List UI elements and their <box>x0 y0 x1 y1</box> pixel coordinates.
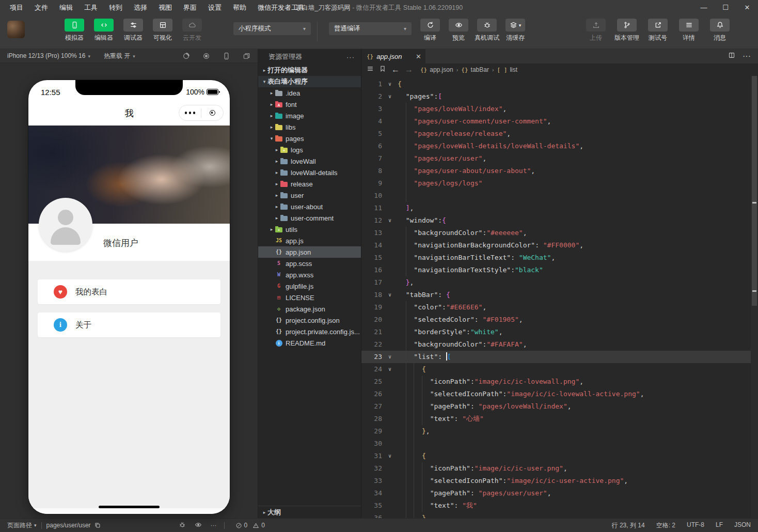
tree-item-user-about[interactable]: ▸user-about <box>258 201 361 212</box>
tree-item-app.scss[interactable]: Sapp.scss <box>258 258 361 269</box>
avatar[interactable] <box>39 198 92 252</box>
fold-chevron-icon[interactable]: ∨ <box>386 289 393 301</box>
status-utf-8[interactable]: UTF-8 <box>687 521 704 530</box>
fold-chevron-icon[interactable]: ∨ <box>386 78 393 90</box>
status-json[interactable]: JSON <box>734 521 751 530</box>
breadcrumb-tabBar[interactable]: {}tabBar <box>461 66 489 73</box>
tree-item-user[interactable]: ▸user <box>258 190 361 201</box>
tree-item-utils[interactable]: ▸+utils <box>258 224 361 235</box>
tab-app-json[interactable]: {} app.json ✕ <box>361 49 425 64</box>
menu-文件[interactable]: 文件 <box>29 0 54 15</box>
tree-item-打开的编辑器[interactable]: ▸打开的编辑器 <box>258 65 361 76</box>
breadcrumb-list[interactable]: [ ]list <box>497 66 518 73</box>
more-icon[interactable] <box>179 112 201 114</box>
tree-item-LICENSE[interactable]: ▤LICENSE <box>258 292 361 303</box>
tree-item-logs[interactable]: ▸+logs <box>258 144 361 155</box>
cloud-dev-button[interactable]: 云开发 <box>180 19 204 42</box>
tree-item-font[interactable]: ▸Afont <box>258 99 361 110</box>
miniprogram-capsule[interactable] <box>179 105 224 121</box>
tree-item-image[interactable]: ▸image <box>258 110 361 121</box>
windows-icon[interactable] <box>243 52 250 60</box>
messages-button[interactable]: 消息 <box>707 19 732 42</box>
menu-row-about[interactable]: i 关于 <box>38 312 220 337</box>
fold-chevron-icon[interactable]: ∨ <box>386 351 393 363</box>
tree-item-pages[interactable]: ▾pages <box>258 133 361 144</box>
more-actions-icon[interactable]: ··· <box>743 52 751 61</box>
upload-button[interactable]: 上传 <box>583 19 608 42</box>
menu-选择[interactable]: 选择 <box>128 0 153 15</box>
phone-tab-me[interactable]: 我 <box>129 508 230 514</box>
compile-select[interactable]: 普通编译▾ <box>329 22 412 35</box>
menu-视图[interactable]: 视图 <box>153 0 178 15</box>
status--23-14[interactable]: 行 23, 列 14 <box>612 521 645 530</box>
minimize-button[interactable]: — <box>693 0 715 15</box>
tree-item-README.md[interactable]: iREADME.md <box>258 337 361 349</box>
tree-item-project.private.config.js...[interactable]: {}project.private.config.js... <box>258 326 361 337</box>
bookmark-icon[interactable] <box>379 65 386 74</box>
menu-微信开发者工具[interactable]: 微信开发者工具 <box>252 0 310 15</box>
tree-item-gulpfile.js[interactable]: Ggulpfile.js <box>258 280 361 292</box>
tree-item-loveWall[interactable]: ▸loveWall <box>258 155 361 167</box>
fold-chevron-icon[interactable]: ∨ <box>386 214 393 227</box>
phone-tab-wall[interactable]: ♥ 心墙 <box>28 508 129 514</box>
device-debug-button[interactable]: 真机调试 <box>475 19 499 42</box>
more-status-icon[interactable]: ··· <box>211 522 217 529</box>
compile-button[interactable]: 编译 <box>418 19 443 42</box>
explorer-more-button[interactable]: ··· <box>346 53 355 61</box>
hot-reload-toggle[interactable]: 热重载 开▾ <box>104 52 135 60</box>
copy-icon[interactable] <box>94 522 101 529</box>
debugger-button[interactable]: 调试器 <box>121 19 146 42</box>
scrollbar-thumb[interactable] <box>752 76 757 306</box>
clear-cache-button[interactable]: ▾ 清缓存 <box>503 19 528 42</box>
split-editor-icon[interactable] <box>728 52 735 61</box>
details-button[interactable]: 详情 <box>676 19 701 42</box>
device-selector[interactable]: iPhone 12/13 (Pro) 100% 16▾ <box>7 52 90 59</box>
tree-item-libs[interactable]: ▸libs <box>258 121 361 133</box>
close-tab-icon[interactable]: ✕ <box>416 53 421 60</box>
hamburger-icon[interactable] <box>367 65 374 74</box>
menu-转到[interactable]: 转到 <box>103 0 128 15</box>
phone-icon[interactable] <box>223 52 230 60</box>
menu-界面[interactable]: 界面 <box>178 0 202 15</box>
menu-row-my-confessions[interactable]: ♥ 我的表白 <box>38 279 220 304</box>
editor-scrollbar[interactable] <box>751 76 758 518</box>
status--2[interactable]: 空格: 2 <box>656 521 675 530</box>
visualization-button[interactable]: 可视化 <box>150 19 175 42</box>
tree-item-app.json[interactable]: {}app.json <box>258 246 361 258</box>
tree-item-user-comment[interactable]: ▸user-comment <box>258 212 361 224</box>
tree-item-app.js[interactable]: JSapp.js <box>258 235 361 246</box>
tree-item-app.wxss[interactable]: Wapp.wxss <box>258 269 361 280</box>
version-control-button[interactable]: 版本管理 <box>614 19 639 42</box>
menu-项目[interactable]: 项目 <box>4 0 29 15</box>
user-avatar[interactable] <box>7 21 25 38</box>
page-path-selector[interactable]: 页面路径▾ <box>7 521 37 530</box>
tree-item-package.json[interactable]: ◇package.json <box>258 303 361 315</box>
nav-forward-icon[interactable]: → <box>405 65 413 74</box>
nav-back-icon[interactable]: ← <box>391 65 400 74</box>
rotate-icon[interactable] <box>182 52 190 60</box>
mode-select[interactable]: 小程序模式▾ <box>233 22 311 35</box>
tree-item-project.config.json[interactable]: {}project.config.json <box>258 315 361 326</box>
tree-item-.idea[interactable]: ▸.idea <box>258 87 361 99</box>
problems-indicator[interactable]: 0 0 <box>235 522 265 529</box>
fold-chevron-icon[interactable]: ∨ <box>386 450 393 462</box>
close-button[interactable]: ✕ <box>736 0 758 15</box>
menu-编辑[interactable]: 编辑 <box>54 0 78 15</box>
code-area[interactable]: 1∨{2∨ "pages":[3 "pages/loveWall/index",… <box>361 76 751 518</box>
debug-status-icon[interactable] <box>179 521 186 530</box>
record-icon[interactable] <box>202 52 210 60</box>
status-lf[interactable]: LF <box>716 521 723 530</box>
maximize-button[interactable]: ☐ <box>715 0 736 15</box>
menu-设置[interactable]: 设置 <box>202 0 227 15</box>
simulator-button[interactable]: 模拟器 <box>62 19 87 42</box>
tree-item-release[interactable]: ▸release <box>258 178 361 190</box>
menu-工具[interactable]: 工具 <box>78 0 103 15</box>
fold-chevron-icon[interactable]: ∨ <box>386 90 393 103</box>
tree-item-表白墙小程序[interactable]: ▾表白墙小程序 <box>258 76 361 87</box>
menu-帮助[interactable]: 帮助 <box>227 0 252 15</box>
close-target-icon[interactable] <box>201 110 223 116</box>
outline-section[interactable]: ▸ 大纲 <box>258 506 361 518</box>
tree-item-loveWall-details[interactable]: ▸loveWall-details <box>258 167 361 178</box>
preview-status-icon[interactable] <box>195 521 202 530</box>
test-account-button[interactable]: 测试号 <box>645 19 670 42</box>
